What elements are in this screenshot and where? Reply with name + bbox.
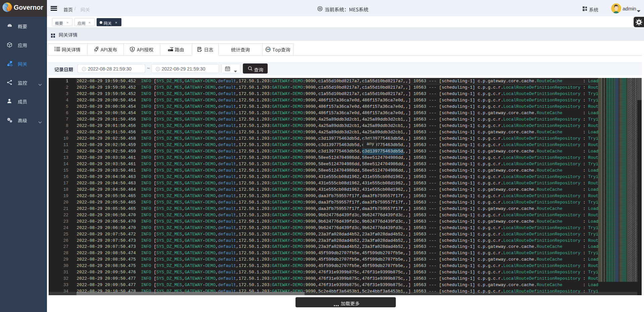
svg-text:TOP: TOP <box>266 48 270 50</box>
